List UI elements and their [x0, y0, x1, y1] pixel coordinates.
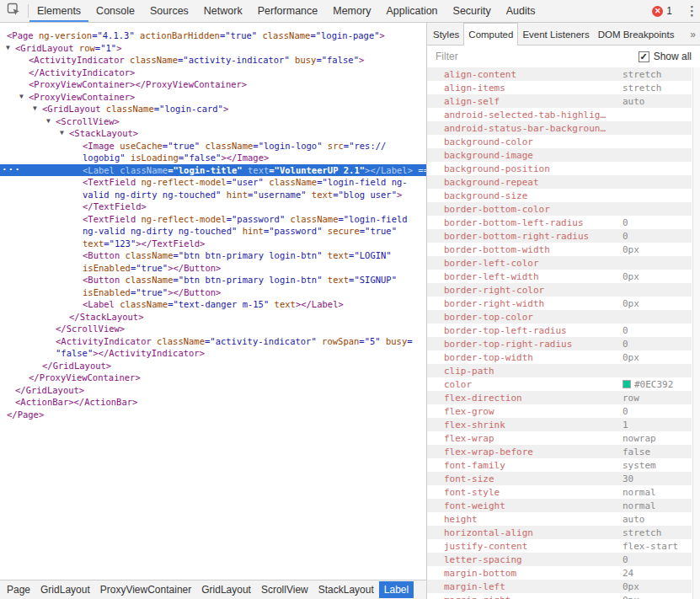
- expand-arrow-icon[interactable]: ▼: [60, 128, 64, 138]
- dom-tree-row[interactable]: <TextField ng-reflect-model="user" class…: [0, 176, 426, 189]
- dom-tree-row[interactable]: <ProxyViewContainer></ProxyViewContainer…: [0, 78, 426, 91]
- computed-property-row[interactable]: border-right-color: [427, 283, 692, 297]
- tab-elements[interactable]: Elements: [29, 0, 88, 22]
- expand-arrow-icon[interactable]: ▼: [46, 116, 51, 126]
- dom-tree-row[interactable]: </ActivityIndicator>: [0, 67, 426, 79]
- computed-property-row[interactable]: background-position: [427, 162, 692, 175]
- computed-property-row[interactable]: android-selected-tab-highlig…: [427, 108, 692, 121]
- dom-tree-row[interactable]: ▼<ProxyViewContainer>: [0, 91, 426, 104]
- computed-property-row[interactable]: background-color: [427, 135, 692, 148]
- row-options-dots[interactable]: ...: [2, 164, 21, 174]
- dom-tree-row[interactable]: valid ng-dirty ng-touched" hint="usernam…: [0, 189, 426, 201]
- tab-network[interactable]: Network: [196, 0, 250, 22]
- computed-property-row[interactable]: margin-left0px: [427, 580, 692, 593]
- dom-tree-row[interactable]: <Button className="btn btn-primary login…: [0, 249, 426, 262]
- computed-property-row[interactable]: border-left-width0px: [427, 270, 692, 283]
- expand-arrow-icon[interactable]: ▼: [6, 43, 10, 53]
- dom-tree-row[interactable]: isEnabled="true"></Button>: [0, 286, 426, 299]
- computed-property-row[interactable]: border-bottom-left-radius0: [427, 216, 692, 229]
- breadcrumb-item-scrollview[interactable]: ScrollView: [256, 581, 313, 598]
- computed-property-row[interactable]: align-selfauto: [427, 94, 692, 108]
- computed-property-row[interactable]: border-bottom-width0px: [427, 243, 692, 256]
- computed-property-row[interactable]: border-top-left-radius0: [427, 324, 692, 337]
- inspect-element-button[interactable]: [0, 0, 27, 22]
- sidebar-tab-styles[interactable]: Styles: [429, 23, 463, 45]
- breadcrumb-item-stacklayout[interactable]: StackLayout: [313, 581, 379, 598]
- dom-tree-row[interactable]: ▼<StackLayout>: [0, 127, 426, 140]
- computed-property-row[interactable]: border-bottom-color: [427, 202, 692, 216]
- dom-tree-row[interactable]: </Page>: [0, 409, 426, 421]
- dom-tree-row[interactable]: text="123"></TextField>: [0, 238, 426, 250]
- dom-tree-row[interactable]: <Label className="text-danger m-15" text…: [0, 298, 426, 311]
- expand-arrow-icon[interactable]: ▼: [19, 92, 24, 102]
- dom-tree-row[interactable]: <ActionBar></ActionBar>: [0, 396, 426, 409]
- computed-property-row[interactable]: align-itemsstretch: [427, 81, 692, 94]
- overflow-chevron-icon[interactable]: »: [686, 23, 700, 45]
- computed-property-row[interactable]: font-familysystem: [427, 458, 692, 472]
- dom-tree-row[interactable]: <Button className="btn btn-primary login…: [0, 274, 426, 286]
- dom-tree-row[interactable]: </GridLayout>: [0, 360, 426, 372]
- checkbox-icon[interactable]: ✓: [639, 51, 649, 62]
- dom-tree-row[interactable]: <Page ng-version="4.1.3" actionBarHidden…: [0, 29, 426, 42]
- computed-property-row[interactable]: flex-directionrow: [427, 391, 692, 404]
- kebab-menu-icon[interactable]: ⋮: [681, 3, 700, 19]
- scrollbar[interactable]: [692, 67, 700, 599]
- dom-tree-row[interactable]: "false"></ActivityIndicator>: [0, 347, 426, 360]
- expand-arrow-icon[interactable]: ▼: [33, 104, 37, 114]
- tab-application[interactable]: Application: [378, 0, 445, 22]
- dom-tree-row[interactable]: isEnabled="true"></Button>: [0, 262, 426, 275]
- dom-tree-row[interactable]: </TextField>: [0, 201, 426, 213]
- tab-performance[interactable]: Performance: [250, 0, 326, 22]
- computed-property-row[interactable]: justify-contentflex-start: [427, 539, 692, 553]
- sidebar-tab-computed[interactable]: Computed: [463, 23, 518, 45]
- computed-property-row[interactable]: border-bottom-right-radius0: [427, 229, 692, 243]
- dom-tree-row[interactable]: ▼<ScrollView>: [0, 115, 426, 128]
- computed-property-row[interactable]: heightauto: [427, 512, 692, 526]
- dom-tree-row[interactable]: logobig" isLoading="false"></Image>: [0, 152, 426, 164]
- computed-property-row[interactable]: android-status-bar-backgroun…: [427, 121, 692, 135]
- computed-property-row[interactable]: font-stylenormal: [427, 485, 692, 499]
- computed-property-row[interactable]: border-top-color: [427, 310, 692, 324]
- dom-tree-row-selected[interactable]: ...<Label className="login-title" text="…: [0, 164, 426, 177]
- computed-property-row[interactable]: horizontal-alignstretch: [427, 526, 692, 539]
- computed-property-row[interactable]: font-weightnormal: [427, 499, 692, 512]
- dom-tree-row[interactable]: <TextField ng-reflect-model="password" c…: [0, 213, 426, 226]
- tab-audits[interactable]: Audits: [499, 0, 543, 22]
- computed-property-row[interactable]: flex-wrapnowrap: [427, 431, 692, 445]
- error-count-badge[interactable]: ✕ 1: [646, 5, 678, 17]
- dom-tree-row[interactable]: <Image useCache="true" className="login-…: [0, 140, 426, 152]
- breadcrumb-item-gridlayout[interactable]: GridLayout: [35, 581, 95, 598]
- breadcrumb-item-page[interactable]: Page: [2, 581, 35, 598]
- filter-input[interactable]: [435, 51, 639, 62]
- computed-property-row[interactable]: background-repeat: [427, 175, 692, 189]
- dom-tree-row[interactable]: </ScrollView>: [0, 323, 426, 335]
- breadcrumb-item-proxyviewcontainer[interactable]: ProxyViewContainer: [95, 581, 197, 598]
- show-all-toggle[interactable]: ✓ Show all: [639, 51, 692, 62]
- computed-property-row[interactable]: color#0EC392: [427, 377, 692, 391]
- computed-property-row[interactable]: flex-shrink1: [427, 418, 692, 431]
- sidebar-tab-dom-breakpoints[interactable]: DOM Breakpoints: [594, 23, 679, 45]
- tab-console[interactable]: Console: [88, 0, 142, 22]
- sidebar-tab-event-listeners[interactable]: Event Listeners: [518, 23, 593, 45]
- dom-tree-row[interactable]: ▼<GridLayout row="1">: [0, 42, 426, 55]
- breadcrumb-item-label[interactable]: Label: [379, 581, 414, 598]
- dom-tree-row[interactable]: </ProxyViewContainer>: [0, 372, 426, 384]
- dom-tree-row[interactable]: <ActivityIndicator className="activity-i…: [0, 54, 426, 67]
- computed-property-row[interactable]: border-right-width0px: [427, 297, 692, 310]
- computed-property-row[interactable]: background-image: [427, 148, 692, 162]
- computed-property-row[interactable]: flex-wrap-beforefalse: [427, 445, 692, 458]
- computed-property-row[interactable]: letter-spacing0: [427, 553, 692, 566]
- computed-property-row[interactable]: border-top-right-radius0: [427, 337, 692, 350]
- tab-sources[interactable]: Sources: [142, 0, 196, 22]
- computed-property-row[interactable]: background-size: [427, 189, 692, 202]
- computed-property-row[interactable]: flex-grow0: [427, 404, 692, 418]
- tab-security[interactable]: Security: [446, 0, 499, 22]
- dom-tree-row[interactable]: <ActivityIndicator className="activity-i…: [0, 335, 426, 348]
- computed-property-row[interactable]: border-top-width0px: [427, 350, 692, 364]
- computed-property-row[interactable]: font-size30: [427, 472, 692, 485]
- dom-tree-row[interactable]: </StackLayout>: [0, 311, 426, 324]
- computed-property-row[interactable]: border-left-color: [427, 256, 692, 270]
- computed-property-row[interactable]: clip-path: [427, 364, 692, 377]
- computed-property-row[interactable]: margin-bottom24: [427, 566, 692, 580]
- breadcrumb-item-gridlayout[interactable]: GridLayout: [196, 581, 256, 598]
